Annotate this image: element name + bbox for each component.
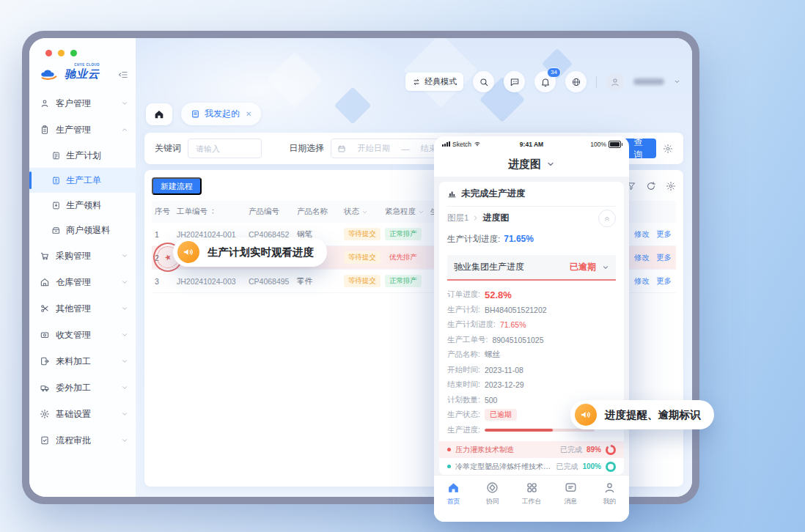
close-tab-icon[interactable]: ✕ (246, 110, 251, 118)
row-index: 1 (155, 230, 159, 239)
sidebar-subitem-workorder[interactable]: 生产工单 (29, 168, 136, 193)
logo-subtitle: CHYE CLOUD (74, 63, 100, 67)
sidebar-item-customer[interactable]: 客户管理 (29, 90, 136, 117)
approval-icon (40, 435, 50, 446)
detail-value: 已逾期 (485, 409, 517, 421)
phone-nav-home[interactable]: 首页 (434, 481, 473, 506)
title-chevron-down-icon[interactable] (546, 160, 555, 169)
cell-urgency: 正常排产 (382, 275, 427, 287)
chev-down-icon (121, 331, 128, 339)
phone-nav-collab[interactable]: 协同 (473, 481, 512, 506)
breadcrumb-layer[interactable]: 图层1 (447, 213, 468, 223)
sidebar-subitem-plan[interactable]: 生产计划 (29, 143, 136, 168)
task-row: 压力灌浆技术制造已完成89% (439, 441, 624, 458)
chev-down-icon (121, 437, 128, 444)
detail-label: 开始时间: (447, 365, 480, 375)
sidebar-item-label: 基础设置 (56, 408, 91, 421)
sidebar-item-label: 采购管理 (56, 250, 91, 262)
sidebar-item-approval[interactable]: 流程审批 (29, 427, 136, 454)
detail-row: 生产计划:BH484051521202 (447, 303, 616, 318)
collapse-panel-button[interactable] (598, 210, 616, 227)
tab-my-initiated[interactable]: 我发起的 ✕ (181, 103, 261, 125)
row-action-link[interactable]: 更多 (656, 276, 672, 287)
cell-index: 2★ (152, 254, 174, 262)
chev-down-icon[interactable] (418, 209, 424, 215)
battery-percent: 100% (590, 141, 606, 148)
toolbar-divider (596, 76, 597, 88)
sidebar-subitem-label: 生产计划 (66, 149, 101, 162)
zoom-window-button[interactable] (70, 50, 77, 56)
detail-label: 计划数量: (447, 395, 480, 405)
row-action-link[interactable]: 修改 (634, 229, 650, 240)
table-settings-icon[interactable] (666, 181, 676, 191)
cell-status: 等待提交 (341, 228, 382, 240)
keyword-input[interactable] (194, 144, 255, 154)
status-badge: 等待提交 (344, 275, 381, 287)
classic-mode-button[interactable]: 经典模式 (405, 73, 463, 91)
group-chevron-down-icon[interactable] (602, 264, 609, 271)
warehouse-icon (40, 277, 50, 287)
sort-icon[interactable] (210, 207, 216, 217)
sidebar-item-other[interactable]: 其他管理 (29, 295, 136, 322)
messages-button[interactable] (504, 71, 525, 92)
filter-settings-icon[interactable] (663, 143, 673, 155)
outsource-icon (40, 383, 50, 393)
detail-label: 订单进度: (447, 289, 480, 300)
task-name: 冷萃定型塑品淬炼纤维技术奥秘 (455, 462, 551, 472)
workorder-icon (51, 176, 61, 185)
sidebar-item-finance[interactable]: 收支管理 (29, 322, 136, 348)
cell-index: 1 (152, 230, 174, 239)
user-menu-chevron-icon[interactable] (674, 78, 680, 85)
home-tab-button[interactable] (146, 103, 172, 125)
calendar-icon (337, 144, 346, 153)
phone-page-title: 进度图 (434, 152, 629, 177)
sidebar-collapse-icon[interactable] (118, 70, 128, 80)
minimize-window-button[interactable] (58, 50, 65, 56)
detail-value: 螺丝 (485, 350, 500, 360)
row-action-link[interactable]: 修改 (634, 276, 650, 287)
sidebar-subitem-material[interactable]: 生产领料 (29, 193, 136, 218)
phone-bottom-nav: 首页协同工作台消息我的 (434, 475, 629, 522)
phone-nav-work[interactable]: 工作台 (512, 481, 551, 506)
cell-urgency: 正常排产 (382, 228, 427, 240)
close-window-button[interactable] (45, 50, 52, 56)
sidebar-item-outsource[interactable]: 委外加工 (29, 374, 136, 401)
avatar[interactable] (606, 73, 624, 91)
chev-up-icon (121, 126, 128, 133)
keyword-input-wrap (188, 138, 262, 158)
cell-urgency: 优先排产 (382, 251, 427, 264)
nav-work-icon (525, 481, 539, 495)
date-separator: — (401, 144, 409, 153)
phone-nav-msg[interactable]: 消息 (551, 481, 590, 506)
row-action-link[interactable]: 修改 (634, 253, 650, 263)
task-progress-list: 压力灌浆技术制造已完成89%冷萃定型塑品淬炼纤维技术奥秘已完成100%成品完成即… (447, 441, 616, 475)
task-dot (447, 448, 451, 451)
detail-value: 2023-11-08 (485, 366, 523, 374)
row-action-link[interactable]: 更多 (656, 253, 672, 263)
sidebar-item-incoming[interactable]: 来料加工 (29, 348, 136, 374)
column-header: 状态 (341, 207, 382, 217)
row-action-link[interactable]: 更多 (656, 229, 672, 240)
new-process-button[interactable]: 新建流程 (152, 177, 202, 195)
sidebar-item-production[interactable]: 生产管理 (29, 117, 136, 143)
sidebar-item-purchase[interactable]: 采购管理 (29, 243, 136, 269)
phone-nav-mine[interactable]: 我的 (590, 481, 629, 506)
task-done-label: 已完成 (560, 445, 582, 455)
notifications-button[interactable]: 34 (534, 71, 556, 92)
chev-down-icon[interactable] (361, 209, 368, 215)
sidebar-item-warehouse[interactable]: 仓库管理 (29, 269, 136, 295)
sidebar-subitem-label: 生产工单 (66, 174, 101, 187)
sidebar-subitem-merchant[interactable]: 商户领退料 (29, 218, 136, 243)
plan-progress-value: 71.65% (504, 234, 534, 244)
task-dot (447, 465, 451, 468)
detail-row: 生产工单号:890451051025 (447, 333, 616, 348)
refresh-icon[interactable] (646, 181, 656, 191)
group-progress-header[interactable]: 驰业集团生产进度 已逾期 (447, 255, 616, 281)
sidebar-item-settings[interactable]: 基础设置 (29, 401, 136, 427)
status-badge: 等待提交 (344, 251, 381, 264)
language-button[interactable] (565, 71, 587, 92)
product-name: 零件 (297, 276, 312, 287)
search-button[interactable] (473, 71, 494, 92)
phone-nav-label: 工作台 (522, 497, 542, 506)
logo-text: 驰业云 CHYE CLOUD (65, 67, 100, 81)
